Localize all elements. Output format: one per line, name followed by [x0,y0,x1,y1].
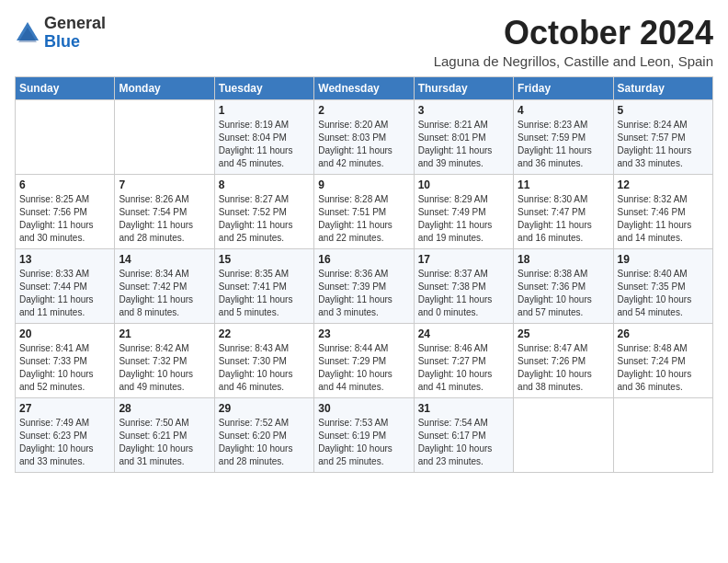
day-number: 25 [518,327,609,340]
day-sunrise: Sunrise: 8:47 AM [518,343,587,353]
day-number: 15 [219,253,310,266]
calendar-cell [115,99,214,174]
day-daylight: Daylight: 10 hours and 25 minutes. [318,443,392,466]
day-number: 9 [318,178,409,191]
calendar-cell: 10 Sunrise: 8:29 AM Sunset: 7:49 PM Dayl… [414,174,513,248]
day-sunrise: Sunrise: 8:32 AM [618,194,688,204]
day-sunset: Sunset: 7:42 PM [119,282,187,292]
day-sunset: Sunset: 7:38 PM [418,282,486,292]
day-sunset: Sunset: 7:35 PM [618,282,686,292]
day-sunset: Sunset: 8:04 PM [219,132,287,143]
calendar-cell: 27 Sunrise: 7:49 AM Sunset: 6:23 PM Dayl… [16,397,115,472]
calendar-cell: 13 Sunrise: 8:33 AM Sunset: 7:44 PM Dayl… [16,248,115,323]
calendar-cell: 5 Sunrise: 8:24 AM Sunset: 7:57 PM Dayli… [613,99,712,174]
day-sunrise: Sunrise: 8:26 AM [119,194,188,204]
day-number: 12 [618,178,709,191]
day-number: 7 [119,178,210,191]
day-sunrise: Sunrise: 8:44 AM [318,343,388,353]
day-sunset: Sunset: 7:52 PM [219,207,287,217]
calendar-cell: 18 Sunrise: 8:38 AM Sunset: 7:36 PM Dayl… [514,248,613,323]
day-sunrise: Sunrise: 8:41 AM [19,343,89,353]
day-daylight: Daylight: 11 hours and 5 minutes. [219,294,293,317]
day-number: 20 [19,327,110,340]
calendar-cell: 11 Sunrise: 8:30 AM Sunset: 7:47 PM Dayl… [514,174,613,248]
calendar-cell: 26 Sunrise: 8:48 AM Sunset: 7:24 PM Dayl… [613,323,712,397]
calendar-cell: 14 Sunrise: 8:34 AM Sunset: 7:42 PM Dayl… [115,248,214,323]
day-daylight: Daylight: 10 hours and 31 minutes. [119,443,193,466]
day-sunrise: Sunrise: 8:25 AM [19,194,89,204]
day-number: 8 [219,178,310,191]
calendar-cell: 28 Sunrise: 7:50 AM Sunset: 6:21 PM Dayl… [115,397,214,472]
calendar-cell: 12 Sunrise: 8:32 AM Sunset: 7:46 PM Dayl… [613,174,712,248]
day-number: 19 [618,253,709,266]
day-daylight: Daylight: 11 hours and 11 minutes. [19,294,94,317]
page-header: General Blue October 2024 Laguna de Negr… [15,15,713,69]
day-daylight: Daylight: 10 hours and 49 minutes. [119,369,193,392]
day-sunrise: Sunrise: 8:27 AM [219,194,289,204]
day-sunrise: Sunrise: 7:50 AM [119,418,188,428]
day-number: 21 [119,327,210,340]
day-daylight: Daylight: 10 hours and 52 minutes. [19,369,94,392]
logo-general: General [44,14,106,32]
day-sunrise: Sunrise: 8:33 AM [19,269,89,279]
calendar-cell: 31 Sunrise: 7:54 AM Sunset: 6:17 PM Dayl… [414,397,513,472]
calendar-cell: 8 Sunrise: 8:27 AM Sunset: 7:52 PM Dayli… [214,174,313,248]
calendar-cell: 20 Sunrise: 8:41 AM Sunset: 7:33 PM Dayl… [16,323,115,397]
day-sunrise: Sunrise: 8:40 AM [618,269,688,279]
day-daylight: Daylight: 11 hours and 16 minutes. [518,220,592,243]
calendar-cell: 17 Sunrise: 8:37 AM Sunset: 7:38 PM Dayl… [414,248,513,323]
day-number: 10 [418,178,509,191]
day-number: 11 [518,178,609,191]
day-sunrise: Sunrise: 8:23 AM [518,120,587,130]
calendar-cell: 16 Sunrise: 8:36 AM Sunset: 7:39 PM Dayl… [314,248,414,323]
calendar-cell: 30 Sunrise: 7:53 AM Sunset: 6:19 PM Dayl… [314,397,414,472]
calendar-table: Sunday Monday Tuesday Wednesday Thursday… [15,76,713,473]
day-daylight: Daylight: 10 hours and 41 minutes. [418,369,493,392]
day-daylight: Daylight: 11 hours and 36 minutes. [518,145,592,168]
day-number: 29 [219,402,310,415]
day-sunset: Sunset: 7:39 PM [318,282,386,292]
logo-icon [15,20,40,46]
calendar-cell: 2 Sunrise: 8:20 AM Sunset: 8:03 PM Dayli… [314,99,414,174]
day-sunrise: Sunrise: 8:30 AM [518,194,587,204]
day-sunrise: Sunrise: 7:52 AM [219,418,289,428]
day-sunset: Sunset: 7:26 PM [518,356,586,366]
day-sunset: Sunset: 7:46 PM [618,207,686,217]
day-daylight: Daylight: 11 hours and 45 minutes. [219,145,293,168]
col-saturday: Saturday [613,76,712,99]
day-sunset: Sunset: 7:59 PM [518,132,586,143]
day-daylight: Daylight: 10 hours and 57 minutes. [518,294,592,317]
week-row-3: 13 Sunrise: 8:33 AM Sunset: 7:44 PM Dayl… [16,248,713,323]
day-daylight: Daylight: 10 hours and 23 minutes. [418,443,493,466]
calendar-cell: 25 Sunrise: 8:47 AM Sunset: 7:26 PM Dayl… [514,323,613,397]
day-daylight: Daylight: 11 hours and 42 minutes. [318,145,392,168]
calendar-cell [16,99,115,174]
day-number: 31 [418,402,509,415]
col-tuesday: Tuesday [214,76,313,99]
logo: General Blue [15,15,106,52]
day-sunset: Sunset: 7:49 PM [418,207,486,217]
title-area: October 2024 Laguna de Negrillos, Castil… [434,15,713,69]
day-sunrise: Sunrise: 8:35 AM [219,269,289,279]
day-sunset: Sunset: 7:44 PM [19,282,87,292]
day-sunrise: Sunrise: 8:46 AM [418,343,488,353]
day-sunset: Sunset: 7:30 PM [219,356,287,366]
calendar-cell: 3 Sunrise: 8:21 AM Sunset: 8:01 PM Dayli… [414,99,513,174]
day-sunrise: Sunrise: 7:49 AM [19,418,89,428]
day-sunset: Sunset: 6:21 PM [119,431,187,441]
day-sunrise: Sunrise: 8:29 AM [418,194,488,204]
calendar-cell: 7 Sunrise: 8:26 AM Sunset: 7:54 PM Dayli… [115,174,214,248]
day-daylight: Daylight: 11 hours and 33 minutes. [618,145,692,168]
day-daylight: Daylight: 11 hours and 14 minutes. [618,220,692,243]
day-number: 24 [418,327,509,340]
day-sunrise: Sunrise: 8:37 AM [418,269,488,279]
day-sunrise: Sunrise: 8:28 AM [318,194,388,204]
day-sunset: Sunset: 7:32 PM [119,356,187,366]
day-daylight: Daylight: 11 hours and 28 minutes. [119,220,193,243]
day-sunrise: Sunrise: 8:48 AM [618,343,688,353]
day-sunset: Sunset: 6:17 PM [418,431,486,441]
day-daylight: Daylight: 11 hours and 39 minutes. [418,145,493,168]
day-sunset: Sunset: 7:27 PM [418,356,486,366]
calendar-header-row: Sunday Monday Tuesday Wednesday Thursday… [16,76,713,99]
calendar-cell: 22 Sunrise: 8:43 AM Sunset: 7:30 PM Dayl… [214,323,313,397]
